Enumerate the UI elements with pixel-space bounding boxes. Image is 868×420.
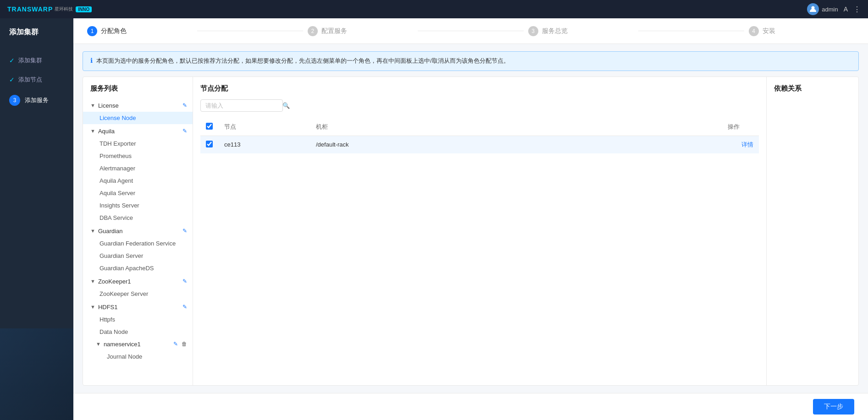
- progress-num-3: 3: [528, 26, 538, 36]
- logo-text: TRANSWARP: [7, 5, 53, 13]
- step-number: 3: [9, 95, 20, 106]
- progress-label-3: 服务总览: [542, 27, 568, 35]
- dependency-panel-title: 依赖关系: [774, 84, 851, 99]
- service-group-aquila: ▼ Aquila ✎ TDH Exporter Prometheus Alert…: [83, 125, 193, 224]
- row-checkbox[interactable]: [206, 141, 213, 147]
- node-name-cell: ce113: [219, 136, 310, 153]
- service-item-tdh-exporter[interactable]: TDH Exporter: [83, 137, 193, 150]
- info-icon: ℹ: [90, 57, 93, 64]
- search-input[interactable]: [205, 102, 282, 109]
- search-icon: 🔍: [282, 102, 290, 109]
- progress-label-1: 分配角色: [101, 27, 127, 35]
- group-name-aquila: Aquila: [98, 128, 115, 135]
- sidebar-step-label-add-node: 添加节点: [18, 76, 42, 84]
- service-group-header-nameservice1[interactable]: ▼ nameservice1 ✎ 🗑: [83, 338, 193, 350]
- logo-badge: INNO: [76, 6, 92, 12]
- service-item-insights-server[interactable]: Insights Server: [83, 199, 193, 212]
- delete-icon-nameservice1[interactable]: 🗑: [182, 341, 187, 347]
- sidebar-step-label-add-cluster: 添加集群: [18, 56, 42, 65]
- three-panel: 服务列表 ▼ License ✎ License Node: [83, 76, 859, 386]
- service-item-aquila-agent[interactable]: Aquila Agent: [83, 175, 193, 187]
- collapse-icon-license: ▼: [90, 103, 95, 108]
- detail-link[interactable]: 详情: [741, 141, 753, 148]
- service-item-dba-service[interactable]: DBA Service: [83, 212, 193, 224]
- sidebar-step-label-add-service: 添加服务: [25, 96, 49, 104]
- edit-icon-nameservice1[interactable]: ✎: [173, 341, 178, 347]
- th-check: [200, 118, 219, 136]
- th-action: 操作: [722, 118, 759, 136]
- topnav: TRANSWARP 星环科技 INNO admin A ⋮: [0, 0, 868, 18]
- service-item-license-node[interactable]: License Node: [83, 112, 193, 124]
- avatar: [807, 3, 819, 15]
- rack-cell: /default-rack: [310, 136, 722, 153]
- action-cell: 详情: [722, 136, 759, 153]
- group-name-zookeeper1: ZooKeeper1: [98, 278, 131, 285]
- service-group-header-guardian[interactable]: ▼ Guardian ✎: [83, 225, 193, 237]
- edit-icon-guardian[interactable]: ✎: [182, 228, 187, 234]
- node-panel: 节点分配 🔍 节点: [193, 77, 767, 385]
- service-item-zookeeper-server[interactable]: ZooKeeper Server: [83, 288, 193, 300]
- sidebar-step-add-service[interactable]: 3 添加服务: [0, 89, 73, 111]
- node-table-head: 节点 机柜 操作: [200, 118, 759, 136]
- edit-icon-zookeeper1[interactable]: ✎: [182, 278, 187, 284]
- table-row: ce113 /default-rack 详情: [200, 136, 759, 153]
- group-name-nameservice1: nameservice1: [104, 341, 141, 348]
- progress-label-2: 配置服务: [321, 27, 347, 35]
- sidebar: 添加集群 ✓ 添加集群 ✓ 添加节点 3 添加服务: [0, 18, 73, 420]
- service-group-guardian: ▼ Guardian ✎ Guardian Federation Service…: [83, 225, 193, 274]
- bottom-bar: 下一步: [73, 393, 868, 420]
- service-item-guardian-apacheds[interactable]: Guardian ApacheDS: [83, 262, 193, 274]
- topnav-user[interactable]: admin: [807, 3, 838, 15]
- edit-icon-hdfs1[interactable]: ✎: [182, 304, 187, 310]
- topnav-right: admin A ⋮: [807, 3, 861, 15]
- progress-num-4: 4: [749, 26, 759, 36]
- progress-step-3: 3 服务总览: [528, 26, 634, 36]
- sidebar-title: 添加集群: [0, 27, 73, 51]
- next-button[interactable]: 下一步: [813, 399, 854, 415]
- edit-icon-license[interactable]: ✎: [182, 102, 187, 109]
- logo-sub: 星环科技: [55, 6, 73, 12]
- service-group-header-license[interactable]: ▼ License ✎: [83, 99, 193, 112]
- lang-switch[interactable]: A: [844, 5, 848, 13]
- service-item-alertmanager[interactable]: Alertmanager: [83, 162, 193, 175]
- service-group-header-aquila[interactable]: ▼ Aquila ✎: [83, 125, 193, 137]
- service-item-aquila-server[interactable]: Aquila Server: [83, 187, 193, 199]
- node-table: 节点 机柜 操作 ce113 /default-rac: [200, 118, 759, 153]
- service-item-httpfs[interactable]: Httpfs: [83, 313, 193, 326]
- collapse-icon-nameservice1: ▼: [96, 341, 101, 347]
- check-icon-node: ✓: [9, 76, 15, 83]
- username: admin: [822, 6, 838, 13]
- search-box: 🔍: [200, 99, 283, 112]
- service-group-header-hdfs1[interactable]: ▼ HDFS1 ✎: [83, 301, 193, 313]
- service-group-hdfs1: ▼ HDFS1 ✎ Httpfs Data Node ▼ nameservice…: [83, 301, 193, 363]
- progress-num-2: 2: [308, 26, 318, 36]
- sidebar-step-add-node[interactable]: ✓ 添加节点: [0, 70, 73, 89]
- dependency-panel: 依赖关系: [767, 77, 858, 385]
- select-all-checkbox[interactable]: [206, 123, 213, 130]
- service-item-prometheus[interactable]: Prometheus: [83, 150, 193, 162]
- progress-label-4: 安装: [763, 27, 775, 35]
- info-banner: ℹ 本页面为选中的服务分配角色，默认已按推荐方法分配，如果想要修改分配，先点选左…: [83, 51, 859, 71]
- service-list-panel: 服务列表 ▼ License ✎ License Node: [83, 77, 193, 385]
- node-panel-title: 节点分配: [200, 84, 759, 99]
- main-layout: 添加集群 ✓ 添加集群 ✓ 添加节点 3 添加服务 1 分配角色 2 配置服务: [0, 18, 868, 420]
- service-item-guardian-server[interactable]: Guardian Server: [83, 250, 193, 262]
- service-item-guardian-federation-service[interactable]: Guardian Federation Service: [83, 237, 193, 250]
- service-group-header-zookeeper1[interactable]: ▼ ZooKeeper1 ✎: [83, 275, 193, 288]
- collapse-icon-guardian: ▼: [90, 228, 95, 234]
- service-group-license: ▼ License ✎ License Node: [83, 99, 193, 124]
- service-item-journal-node[interactable]: Journal Node: [83, 350, 193, 363]
- logo: TRANSWARP 星环科技 INNO: [7, 5, 92, 13]
- info-text: 本页面为选中的服务分配角色，默认已按推荐方法分配，如果想要修改分配，先点选左侧菜…: [96, 56, 509, 66]
- service-group-zookeeper1: ▼ ZooKeeper1 ✎ ZooKeeper Server: [83, 275, 193, 300]
- progress-step-4: 4 安装: [749, 26, 854, 36]
- sidebar-step-add-cluster[interactable]: ✓ 添加集群: [0, 51, 73, 70]
- progress-step-1: 1 分配角色: [87, 26, 193, 36]
- progress-divider-2: [418, 31, 523, 31]
- group-name-guardian: Guardian: [98, 228, 122, 235]
- more-menu[interactable]: ⋮: [853, 5, 861, 14]
- service-item-data-node[interactable]: Data Node: [83, 326, 193, 338]
- node-table-body: ce113 /default-rack 详情: [200, 136, 759, 153]
- edit-icon-aquila[interactable]: ✎: [182, 128, 187, 134]
- progress-bar: 1 分配角色 2 配置服务 3 服务总览 4 安装: [73, 18, 868, 44]
